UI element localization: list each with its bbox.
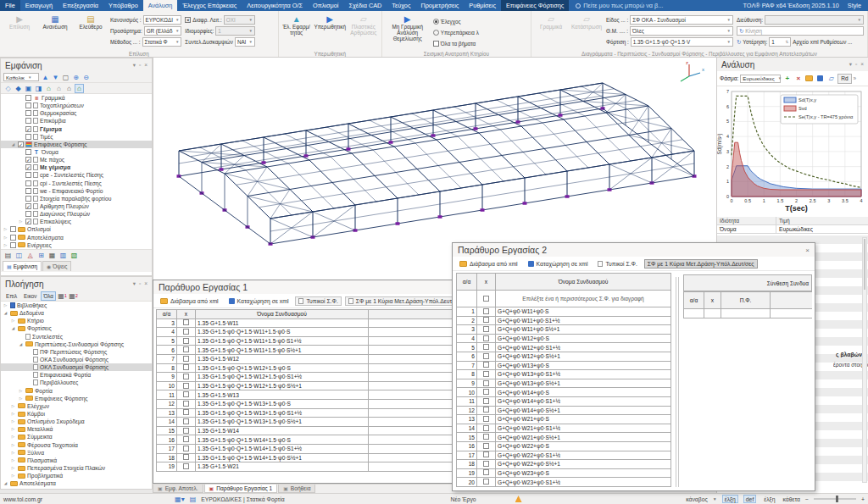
tree-item[interactable]: ΠΦ Περιπτώσεις Φόρτισης (1, 348, 152, 356)
grid-label[interactable]: κάναβος (686, 496, 708, 502)
menu-tab[interactable]: Σχέδια CAD (343, 0, 387, 11)
row-select-cell[interactable] (477, 441, 496, 451)
panel-scrollbar[interactable] (862, 237, 867, 483)
expander-icon[interactable]: ▷ (18, 396, 24, 401)
row-select-cell[interactable] (477, 396, 496, 406)
tree-item[interactable]: ▷Επιφάνειες Φόρτισης (1, 395, 152, 402)
checkbox-icon[interactable]: ✓ (25, 203, 31, 209)
checkbox-icon[interactable] (25, 95, 31, 101)
combo-row[interactable]: 17G+Q+ψ0·W22+ψ0·S1+½ (457, 451, 671, 460)
row-checkbox[interactable] (483, 317, 489, 323)
row-select-cell[interactable] (477, 415, 496, 424)
menu-tab[interactable]: File (0, 0, 20, 11)
select-all-checkbox[interactable] (483, 296, 489, 302)
layout-button[interactable]: ▱ Κατάστρωση (570, 13, 603, 49)
typical-combos-button[interactable]: Τυπικοί Σ.Φ. (295, 296, 341, 306)
expander-icon[interactable]: ▷ (10, 466, 16, 470)
row-select-cell[interactable] (477, 343, 496, 352)
combo-row[interactable]: 2G+Q+ψ0·W11+ψ0·S1+½ (457, 316, 671, 325)
nav-filter-Όλα[interactable]: Όλα (41, 291, 56, 301)
tree-item[interactable]: ΟΚΛ Συνδυασμοί Φόρτισης (1, 363, 152, 371)
legend-icon[interactable]: ▤ (190, 496, 197, 503)
tree-item[interactable]: ▷Κτήριο (1, 317, 152, 324)
row-select-cell[interactable] (177, 363, 196, 373)
combo-row[interactable]: 13G+Q+ψ0·W21+ψ0·S (457, 415, 671, 424)
field-select[interactable]: ΝΑΙ▼ (235, 37, 255, 47)
doc-tab-Εμφ. Αποτελ.[interactable]: ▣Εμφ. Αποτελ. (153, 485, 203, 493)
row-select-cell[interactable] (477, 307, 496, 317)
combo-row[interactable]: 6G+Q+ψ0·W12+ψ0·S½+1 (457, 352, 671, 361)
window-1-icon[interactable]: ▦1 (58, 291, 67, 301)
row-checkbox[interactable] (183, 374, 189, 379)
row-checkbox[interactable] (183, 454, 189, 460)
tree-item[interactable]: ▷Βιβλιοθήκες (1, 302, 152, 309)
row-checkbox[interactable] (483, 425, 489, 431)
tree-item[interactable]: ▷Μεταλλικά (1, 425, 152, 433)
tree-item[interactable]: Διαγώνιος Πλευρών (1, 210, 152, 218)
tree-item[interactable]: TΌνομα (1, 148, 152, 156)
checkbox-icon[interactable] (25, 134, 31, 140)
field-select[interactable]: ΟΧΙ▼ (224, 15, 255, 25)
tree-item[interactable]: ✓Αρίθμηση Πλευρών (1, 202, 152, 210)
menu-tab[interactable]: Λειτουργικότητα Ο/Σ (242, 0, 308, 11)
field-select[interactable]: ΣΦ ΟΚΑ - Συνδυασμοί▼ (630, 15, 733, 25)
row-checkbox[interactable] (183, 401, 189, 407)
snap-toggle-2[interactable]: έλξη (761, 495, 777, 503)
window-2-icon[interactable]: ▦2 (69, 291, 78, 301)
row-select-cell[interactable] (477, 388, 496, 397)
move-down-icon[interactable]: ▼ (51, 73, 60, 82)
row-checkbox[interactable] (483, 389, 489, 395)
expander-icon[interactable]: ▷ (18, 219, 24, 224)
zoom-out-icon[interactable]: ⊖ (81, 73, 91, 82)
combo-row[interactable]: 20G+Q+ψ0·W23+ψ0·S1+½ (457, 478, 671, 487)
window2-title-bar[interactable]: Παράθυρο Εργασίας 2 × (453, 243, 815, 257)
expander-icon[interactable]: ◢ (18, 342, 24, 346)
view-section-icon[interactable]: ◨ (34, 84, 43, 93)
tree-item[interactable]: ◢Αποτελέσματα (1, 479, 152, 487)
checkbox-icon[interactable]: ✓ (25, 157, 31, 163)
row-checkbox[interactable] (483, 344, 489, 350)
checkbox-icon[interactable] (25, 149, 31, 155)
row-select-cell[interactable] (177, 444, 196, 453)
menu-tab[interactable]: Υπόβαθρο (103, 0, 143, 11)
row-select-cell[interactable] (177, 328, 196, 337)
panel-tab-Όψεις[interactable]: ◉Όψεις (42, 261, 71, 271)
tree-item[interactable]: ✓Με πάχος (1, 156, 152, 163)
grid-display-icon[interactable]: ⊞ (36, 251, 46, 260)
checkbox-icon[interactable] (25, 180, 31, 186)
tree-item[interactable]: ◢Φορτίσεις (1, 324, 152, 332)
expander-icon[interactable]: ◢ (10, 326, 16, 330)
search-display-icon[interactable]: ◬ (25, 251, 35, 260)
row-select-cell[interactable] (477, 361, 496, 370)
row-select-cell[interactable] (477, 460, 496, 469)
close-icon[interactable]: × (144, 280, 147, 287)
row-select-cell[interactable] (477, 379, 496, 388)
row-checkbox[interactable] (183, 383, 189, 389)
checkbox-icon[interactable] (10, 235, 16, 241)
walk-mode-3-icon[interactable]: ⌂ (64, 84, 74, 93)
expander-icon[interactable]: ◢ (3, 311, 8, 315)
combo-row[interactable]: 15G+Q+ψ0·W21+ψ0·S½+1 (457, 433, 671, 442)
tree-item[interactable]: Περιβάλλουσες (1, 379, 152, 386)
tree-item[interactable]: ▷Φέρουσα Τοιχοποιία (1, 441, 152, 449)
row-checkbox[interactable] (483, 469, 489, 475)
pushover-button[interactable]: ▶ Υπερωθητική (314, 13, 346, 49)
move-up-icon[interactable]: ▲ (41, 73, 50, 82)
row-select-cell[interactable] (477, 451, 496, 460)
menu-tab[interactable]: Επεξεργασία (58, 0, 103, 11)
checkbox-icon[interactable] (25, 211, 31, 217)
expander-icon[interactable]: ▷ (10, 451, 16, 455)
doc-tab-Βοήθεια[interactable]: ▣Βοήθεια (278, 485, 315, 493)
tree-item[interactable]: ▷Ξύλινα (1, 449, 152, 457)
checkbox-icon[interactable] (25, 188, 31, 194)
field-select[interactable]: ΕΥΡΟΚΩΔΙ▼ (143, 15, 182, 25)
expander-icon[interactable]: ▷ (3, 243, 8, 247)
display-filter-select[interactable]: Καθολικ▼ (3, 73, 39, 81)
checkbox-icon[interactable]: ✓ (18, 141, 24, 147)
chevron-down-icon[interactable]: ▾ (849, 61, 852, 68)
walk-mode-2-icon[interactable]: ⌂ (54, 84, 64, 93)
row-checkbox[interactable] (483, 335, 489, 341)
tree-item[interactable]: ◢Δεδομένα (1, 309, 152, 317)
save-spectrum-icon[interactable] (815, 74, 825, 83)
row-select-cell[interactable] (177, 418, 196, 427)
